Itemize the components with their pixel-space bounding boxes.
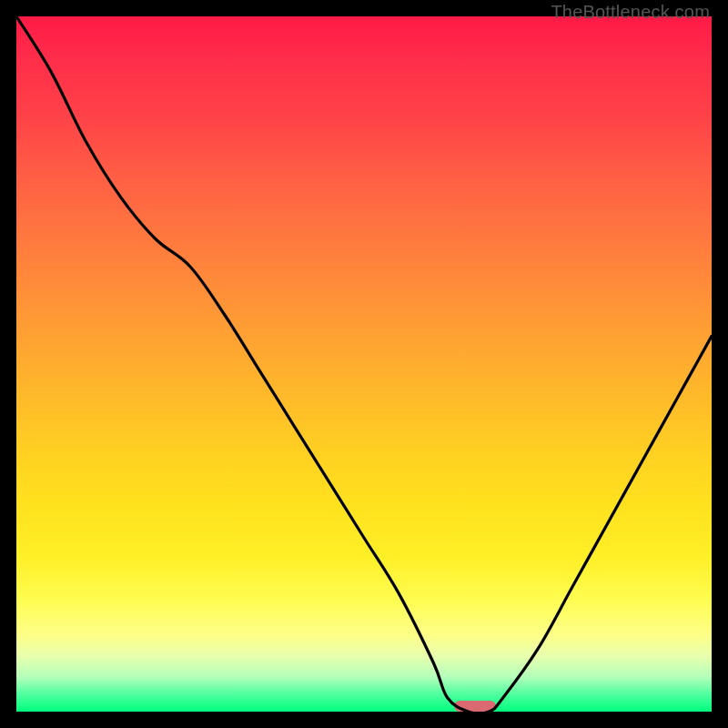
plot-area xyxy=(16,16,712,712)
bottleneck-curve xyxy=(16,16,712,712)
chart-frame: TheBottleneck.com xyxy=(0,0,728,728)
watermark-text: TheBottleneck.com xyxy=(551,2,710,23)
